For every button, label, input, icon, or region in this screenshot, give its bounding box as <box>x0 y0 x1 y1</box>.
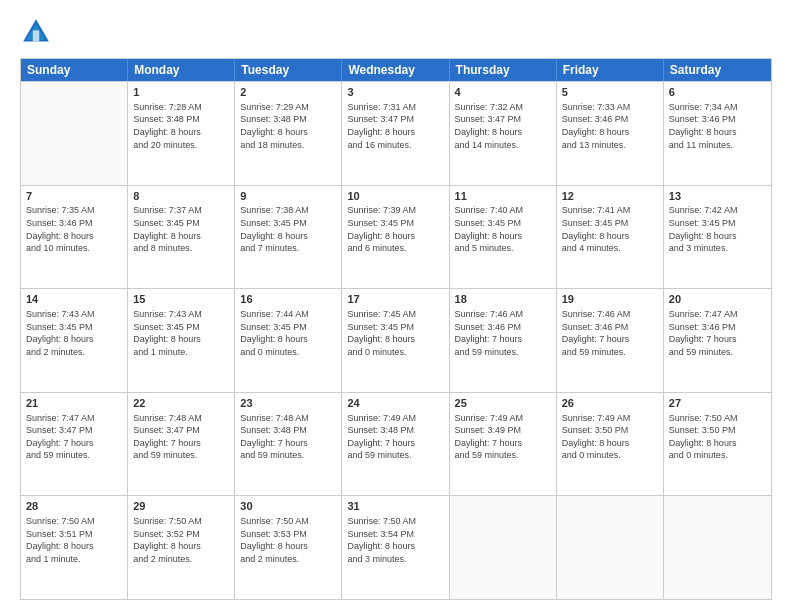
day-number: 16 <box>240 292 336 307</box>
day-number: 12 <box>562 189 658 204</box>
day-number: 17 <box>347 292 443 307</box>
day-info: Sunrise: 7:41 AM Sunset: 3:45 PM Dayligh… <box>562 204 658 254</box>
day-info: Sunrise: 7:37 AM Sunset: 3:45 PM Dayligh… <box>133 204 229 254</box>
header-day-thursday: Thursday <box>450 59 557 81</box>
empty-cell <box>21 82 128 185</box>
header-day-wednesday: Wednesday <box>342 59 449 81</box>
day-cell-5: 5Sunrise: 7:33 AM Sunset: 3:46 PM Daylig… <box>557 82 664 185</box>
day-cell-6: 6Sunrise: 7:34 AM Sunset: 3:46 PM Daylig… <box>664 82 771 185</box>
week-row-2: 7Sunrise: 7:35 AM Sunset: 3:46 PM Daylig… <box>21 185 771 289</box>
day-number: 4 <box>455 85 551 100</box>
day-number: 30 <box>240 499 336 514</box>
day-number: 6 <box>669 85 766 100</box>
day-number: 29 <box>133 499 229 514</box>
day-info: Sunrise: 7:40 AM Sunset: 3:45 PM Dayligh… <box>455 204 551 254</box>
empty-cell <box>557 496 664 599</box>
day-number: 8 <box>133 189 229 204</box>
day-cell-21: 21Sunrise: 7:47 AM Sunset: 3:47 PM Dayli… <box>21 393 128 496</box>
day-info: Sunrise: 7:45 AM Sunset: 3:45 PM Dayligh… <box>347 308 443 358</box>
day-cell-4: 4Sunrise: 7:32 AM Sunset: 3:47 PM Daylig… <box>450 82 557 185</box>
day-info: Sunrise: 7:47 AM Sunset: 3:46 PM Dayligh… <box>669 308 766 358</box>
header-day-saturday: Saturday <box>664 59 771 81</box>
day-number: 21 <box>26 396 122 411</box>
week-row-4: 21Sunrise: 7:47 AM Sunset: 3:47 PM Dayli… <box>21 392 771 496</box>
day-cell-26: 26Sunrise: 7:49 AM Sunset: 3:50 PM Dayli… <box>557 393 664 496</box>
day-info: Sunrise: 7:48 AM Sunset: 3:47 PM Dayligh… <box>133 412 229 462</box>
day-number: 22 <box>133 396 229 411</box>
day-cell-23: 23Sunrise: 7:48 AM Sunset: 3:48 PM Dayli… <box>235 393 342 496</box>
day-info: Sunrise: 7:48 AM Sunset: 3:48 PM Dayligh… <box>240 412 336 462</box>
day-number: 20 <box>669 292 766 307</box>
day-cell-10: 10Sunrise: 7:39 AM Sunset: 3:45 PM Dayli… <box>342 186 449 289</box>
day-number: 13 <box>669 189 766 204</box>
day-cell-18: 18Sunrise: 7:46 AM Sunset: 3:46 PM Dayli… <box>450 289 557 392</box>
day-info: Sunrise: 7:49 AM Sunset: 3:50 PM Dayligh… <box>562 412 658 462</box>
day-info: Sunrise: 7:47 AM Sunset: 3:47 PM Dayligh… <box>26 412 122 462</box>
page: SundayMondayTuesdayWednesdayThursdayFrid… <box>0 0 792 612</box>
day-cell-13: 13Sunrise: 7:42 AM Sunset: 3:45 PM Dayli… <box>664 186 771 289</box>
empty-cell <box>450 496 557 599</box>
day-info: Sunrise: 7:49 AM Sunset: 3:48 PM Dayligh… <box>347 412 443 462</box>
day-cell-29: 29Sunrise: 7:50 AM Sunset: 3:52 PM Dayli… <box>128 496 235 599</box>
day-info: Sunrise: 7:34 AM Sunset: 3:46 PM Dayligh… <box>669 101 766 151</box>
day-number: 3 <box>347 85 443 100</box>
header-day-sunday: Sunday <box>21 59 128 81</box>
logo <box>20 16 58 48</box>
day-cell-9: 9Sunrise: 7:38 AM Sunset: 3:45 PM Daylig… <box>235 186 342 289</box>
day-info: Sunrise: 7:50 AM Sunset: 3:50 PM Dayligh… <box>669 412 766 462</box>
day-number: 23 <box>240 396 336 411</box>
day-info: Sunrise: 7:44 AM Sunset: 3:45 PM Dayligh… <box>240 308 336 358</box>
day-info: Sunrise: 7:43 AM Sunset: 3:45 PM Dayligh… <box>26 308 122 358</box>
calendar: SundayMondayTuesdayWednesdayThursdayFrid… <box>20 58 772 600</box>
day-info: Sunrise: 7:28 AM Sunset: 3:48 PM Dayligh… <box>133 101 229 151</box>
day-cell-7: 7Sunrise: 7:35 AM Sunset: 3:46 PM Daylig… <box>21 186 128 289</box>
day-info: Sunrise: 7:46 AM Sunset: 3:46 PM Dayligh… <box>562 308 658 358</box>
header-day-tuesday: Tuesday <box>235 59 342 81</box>
day-info: Sunrise: 7:32 AM Sunset: 3:47 PM Dayligh… <box>455 101 551 151</box>
day-number: 5 <box>562 85 658 100</box>
day-cell-24: 24Sunrise: 7:49 AM Sunset: 3:48 PM Dayli… <box>342 393 449 496</box>
header-day-monday: Monday <box>128 59 235 81</box>
day-cell-16: 16Sunrise: 7:44 AM Sunset: 3:45 PM Dayli… <box>235 289 342 392</box>
day-number: 26 <box>562 396 658 411</box>
week-row-5: 28Sunrise: 7:50 AM Sunset: 3:51 PM Dayli… <box>21 495 771 599</box>
day-cell-17: 17Sunrise: 7:45 AM Sunset: 3:45 PM Dayli… <box>342 289 449 392</box>
day-number: 2 <box>240 85 336 100</box>
day-cell-28: 28Sunrise: 7:50 AM Sunset: 3:51 PM Dayli… <box>21 496 128 599</box>
day-info: Sunrise: 7:50 AM Sunset: 3:52 PM Dayligh… <box>133 515 229 565</box>
day-number: 24 <box>347 396 443 411</box>
day-cell-11: 11Sunrise: 7:40 AM Sunset: 3:45 PM Dayli… <box>450 186 557 289</box>
logo-icon <box>20 16 52 48</box>
day-number: 1 <box>133 85 229 100</box>
day-info: Sunrise: 7:42 AM Sunset: 3:45 PM Dayligh… <box>669 204 766 254</box>
day-cell-8: 8Sunrise: 7:37 AM Sunset: 3:45 PM Daylig… <box>128 186 235 289</box>
day-cell-2: 2Sunrise: 7:29 AM Sunset: 3:48 PM Daylig… <box>235 82 342 185</box>
day-number: 11 <box>455 189 551 204</box>
day-info: Sunrise: 7:33 AM Sunset: 3:46 PM Dayligh… <box>562 101 658 151</box>
day-cell-19: 19Sunrise: 7:46 AM Sunset: 3:46 PM Dayli… <box>557 289 664 392</box>
day-number: 10 <box>347 189 443 204</box>
day-number: 28 <box>26 499 122 514</box>
day-cell-3: 3Sunrise: 7:31 AM Sunset: 3:47 PM Daylig… <box>342 82 449 185</box>
day-cell-15: 15Sunrise: 7:43 AM Sunset: 3:45 PM Dayli… <box>128 289 235 392</box>
day-cell-25: 25Sunrise: 7:49 AM Sunset: 3:49 PM Dayli… <box>450 393 557 496</box>
day-number: 15 <box>133 292 229 307</box>
day-cell-22: 22Sunrise: 7:48 AM Sunset: 3:47 PM Dayli… <box>128 393 235 496</box>
header <box>20 16 772 48</box>
day-number: 31 <box>347 499 443 514</box>
day-info: Sunrise: 7:49 AM Sunset: 3:49 PM Dayligh… <box>455 412 551 462</box>
day-number: 7 <box>26 189 122 204</box>
empty-cell <box>664 496 771 599</box>
svg-rect-2 <box>33 30 39 41</box>
day-info: Sunrise: 7:46 AM Sunset: 3:46 PM Dayligh… <box>455 308 551 358</box>
calendar-body: 1Sunrise: 7:28 AM Sunset: 3:48 PM Daylig… <box>21 81 771 599</box>
day-info: Sunrise: 7:39 AM Sunset: 3:45 PM Dayligh… <box>347 204 443 254</box>
day-cell-30: 30Sunrise: 7:50 AM Sunset: 3:53 PM Dayli… <box>235 496 342 599</box>
day-number: 25 <box>455 396 551 411</box>
week-row-3: 14Sunrise: 7:43 AM Sunset: 3:45 PM Dayli… <box>21 288 771 392</box>
day-cell-12: 12Sunrise: 7:41 AM Sunset: 3:45 PM Dayli… <box>557 186 664 289</box>
day-cell-14: 14Sunrise: 7:43 AM Sunset: 3:45 PM Dayli… <box>21 289 128 392</box>
day-info: Sunrise: 7:31 AM Sunset: 3:47 PM Dayligh… <box>347 101 443 151</box>
day-number: 9 <box>240 189 336 204</box>
day-info: Sunrise: 7:35 AM Sunset: 3:46 PM Dayligh… <box>26 204 122 254</box>
